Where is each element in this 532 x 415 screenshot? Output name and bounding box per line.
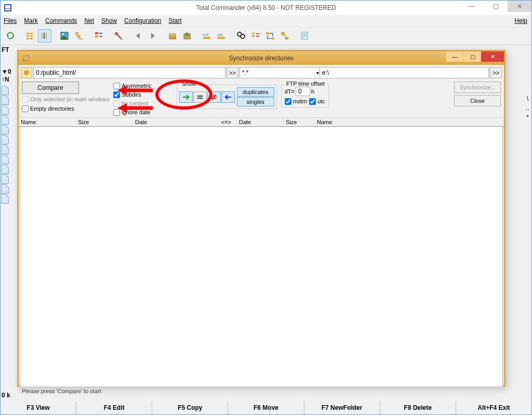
subdirs-checkbox[interactable]: Subdirs [113,90,151,99]
menu-net[interactable]: Net [84,17,94,24]
ftp-icon[interactable]: FTP [200,29,214,43]
copy-names-icon[interactable] [278,29,291,43]
col-size-left[interactable]: Size [76,119,133,125]
file-icon[interactable] [2,165,9,174]
menu-start[interactable]: Start [168,17,181,24]
dialog-close-button[interactable]: ✕ [481,51,504,62]
svg-rect-15 [77,35,81,37]
root-button[interactable]: \ [526,95,529,102]
file-icon[interactable] [2,194,9,204]
filter-input[interactable] [240,67,323,78]
tree-view-icon[interactable] [72,29,86,43]
asymmetric-checkbox[interactable]: Asymmetric [113,82,151,90]
file-icon[interactable] [2,96,9,105]
compare-button[interactable]: Compare [22,82,79,94]
right-browse-button[interactable]: >> [490,67,502,78]
left-browse-button[interactable]: >> [227,67,238,78]
file-icon[interactable] [2,145,9,154]
f8-delete[interactable]: F8 Delete [380,401,456,414]
f3-view[interactable]: F3 View [1,401,76,414]
mdtm-checkbox[interactable]: mdtm [285,97,308,105]
utc-checkbox[interactable]: utc [309,97,325,105]
ft-label: FT [2,46,9,53]
maximize-button[interactable]: ▢ [484,1,508,12]
file-icon[interactable] [2,105,9,115]
dt-input[interactable] [296,87,310,96]
svg-point-29 [241,34,245,38]
drive-indicator[interactable]: ▼0 [2,68,11,75]
menu-help[interactable]: Help [514,17,527,24]
close-button[interactable]: ✕ [508,1,531,12]
col-direction[interactable]: <=> [216,119,237,125]
unpack-icon[interactable] [180,29,194,43]
ftp-connect-icon[interactable] [112,29,125,43]
show-unequal-icon[interactable] [207,91,221,103]
function-key-bar: F3 View F4 Edit F5 Copy F6 Move F7 NewFo… [1,401,531,414]
back-icon[interactable] [131,29,145,43]
parent-button[interactable]: .. [526,104,529,112]
duplicates-button[interactable]: duplicates [237,87,274,97]
menubar: Files Mark Commands Net Show Configurati… [1,15,531,26]
menu-configuration[interactable]: Configuration [124,17,161,24]
file-icon[interactable] [2,155,9,164]
brief-view-icon[interactable] [23,29,37,43]
empty-dirs-checkbox[interactable]: Empty directories [22,104,109,113]
show-group: Show: duplicates singles [177,85,277,109]
file-icon[interactable] [2,184,9,194]
f7-newfolder[interactable]: F7 NewFolder [304,401,380,414]
filter-button[interactable]: * [526,114,529,121]
thumbnail-view-icon[interactable] [58,29,71,43]
dialog-titlebar[interactable]: Synchronize directories — ▢ ✕ [19,51,504,65]
close-dialog-button[interactable]: Close [454,95,501,106]
invert-selection-icon[interactable] [92,29,105,43]
result-list[interactable] [20,127,503,386]
f4-edit[interactable]: F4 Edit [76,401,152,414]
main-title: Total Commander (x64) 8.50 - NOT REGISTE… [1,4,531,11]
right-path-input[interactable] [320,67,489,78]
save-settings-button[interactable]: ✽ [21,67,32,78]
sort-indicator[interactable]: ↑N [2,76,9,83]
show-right-to-left-icon[interactable] [221,91,235,103]
full-view-icon[interactable] [38,29,51,43]
minimize-button[interactable]: — [460,1,484,12]
altf4-exit[interactable]: Alt+F4 Exit [456,401,531,414]
singles-button[interactable]: singles [237,97,274,106]
show-equal-icon[interactable] [193,91,207,103]
file-icon[interactable] [2,175,9,184]
menu-commands[interactable]: Commands [45,17,77,24]
menu-show[interactable]: Show [101,17,117,24]
col-size-right[interactable]: Size [284,119,315,125]
show-left-to-right-icon[interactable] [179,91,193,103]
f5-copy[interactable]: F5 Copy [152,401,228,414]
main-toolbar: FTP URL [1,26,531,45]
forward-icon[interactable] [146,29,159,43]
dialog-maximize-button[interactable]: ▢ [463,51,481,62]
svg-rect-5 [26,38,29,39]
col-date-right[interactable]: Date [237,119,284,125]
col-name-left[interactable]: Name [19,119,76,125]
options-row: Compare Only selected (in main window) E… [19,81,504,117]
menu-files[interactable]: Files [4,17,17,24]
ignore-date-checkbox[interactable]: ignore date [113,108,151,116]
file-icon[interactable] [2,86,9,95]
url-icon[interactable]: URL [215,29,228,43]
multi-rename-icon[interactable] [249,29,262,43]
dt-label: dT= [285,88,295,95]
f6-move[interactable]: F6 Move [228,401,304,414]
pack-icon[interactable] [166,29,179,43]
search-icon[interactable] [234,29,248,43]
menu-mark[interactable]: Mark [24,17,38,24]
dialog-minimize-button[interactable]: — [446,51,463,62]
svg-rect-4 [26,35,29,37]
notepad-icon[interactable] [298,29,311,43]
file-icon[interactable] [2,125,9,135]
svg-rect-9 [42,33,43,39]
col-date-left[interactable]: Date [133,119,216,125]
left-path-input[interactable] [33,67,225,78]
sync-dirs-icon[interactable] [263,29,277,43]
file-icon[interactable] [2,115,9,125]
svg-text:URL: URL [217,33,224,36]
col-name-right[interactable]: Name [315,119,504,125]
file-icon[interactable] [2,135,9,144]
refresh-icon[interactable] [4,29,17,43]
